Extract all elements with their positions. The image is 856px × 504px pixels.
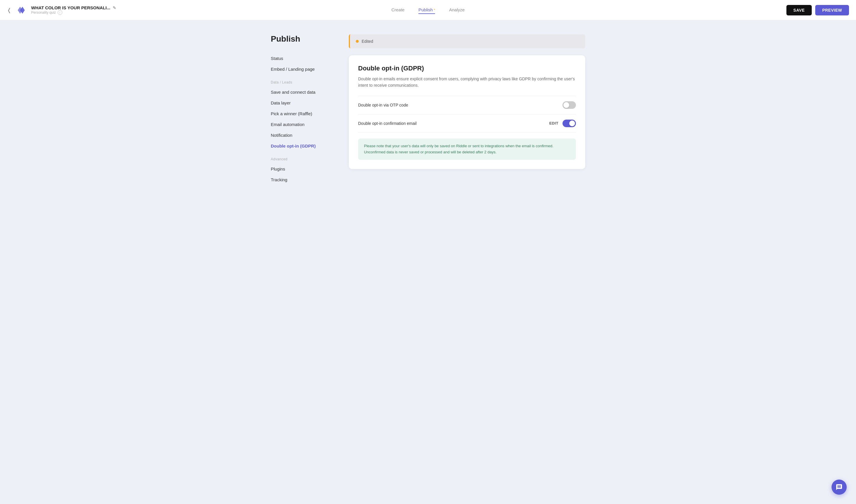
chat-icon [836, 484, 843, 491]
chat-bubble[interactable] [832, 480, 847, 495]
edited-bar: Edited [349, 34, 585, 48]
tab-publish-label: Publish [418, 7, 433, 12]
toggle-email-thumb [569, 121, 575, 126]
sidebar-item-tracking[interactable]: Tracking [271, 174, 335, 185]
gdpr-card: Double opt-in (GDPR) Double opt-in email… [349, 55, 585, 169]
logo-icon [15, 4, 28, 17]
sidebar: Publish Status Embed / Landing page Data… [271, 34, 335, 185]
toggle-otp-label: Double opt-in via OTP code [358, 103, 408, 107]
edit-email-link[interactable]: EDIT [549, 121, 558, 125]
info-box-text: Please note that your user's data will o… [364, 143, 570, 156]
sidebar-item-status[interactable]: Status [271, 53, 335, 64]
toggle-row-otp: Double opt-in via OTP code [358, 96, 576, 114]
publish-dot: * [433, 8, 435, 12]
header-right: SAVE PREVIEW [786, 5, 849, 15]
sidebar-item-plugins[interactable]: Plugins [271, 164, 335, 174]
main-content: Publish Status Embed / Landing page Data… [253, 20, 603, 199]
toggle-row-email: Double opt-in confirmation email EDIT [358, 114, 576, 133]
preview-button[interactable]: PREVIEW [815, 5, 849, 15]
sidebar-section-data-leads: Data / Leads [271, 74, 335, 87]
app-header: ❬ WHAT COLOR IS YOUR PERSONALI... ✎ Pers… [0, 0, 856, 20]
subtitle-text: Personality quiz [31, 11, 56, 15]
tab-analyze[interactable]: Analyze [449, 6, 465, 14]
edited-label: Edited [362, 39, 373, 44]
toggle-otp-switch[interactable] [562, 101, 576, 109]
sidebar-heading: Publish [271, 34, 335, 44]
project-title: WHAT COLOR IS YOUR PERSONALI... ✎ [31, 5, 116, 10]
sidebar-item-embed[interactable]: Embed / Landing page [271, 64, 335, 74]
toggle-email-switch[interactable] [562, 120, 576, 127]
sidebar-item-double-optin[interactable]: Double opt-in (GDPR) [271, 141, 335, 151]
info-box: Please note that your user's data will o… [358, 139, 576, 160]
card-title: Double opt-in (GDPR) [358, 65, 576, 72]
sidebar-section-advanced: Advanced [271, 151, 335, 164]
sidebar-item-data-layer[interactable]: Data layer [271, 97, 335, 108]
card-description: Double opt-in emails ensure explicit con… [358, 76, 576, 89]
toggle-otp-right [562, 101, 576, 109]
info-icon[interactable]: i [58, 10, 62, 15]
header-title-block: WHAT COLOR IS YOUR PERSONALI... ✎ Person… [31, 5, 116, 15]
tab-publish[interactable]: Publish * [418, 6, 435, 14]
sidebar-item-email-automation[interactable]: Email automation [271, 119, 335, 130]
edited-dot [356, 40, 359, 43]
content-area: Edited Double opt-in (GDPR) Double opt-i… [349, 34, 585, 185]
tab-create[interactable]: Create [391, 6, 404, 14]
toggle-otp-thumb [563, 102, 569, 108]
project-subtitle: Personality quiz i [31, 10, 116, 15]
sidebar-item-save-connect[interactable]: Save and connect data [271, 87, 335, 97]
header-nav: Create Publish * Analyze [391, 6, 465, 14]
save-button[interactable]: SAVE [786, 5, 812, 15]
toggle-email-label: Double opt-in confirmation email [358, 121, 417, 126]
sidebar-item-notification[interactable]: Notification [271, 130, 335, 141]
back-button[interactable]: ❬ [7, 7, 11, 13]
edit-title-icon[interactable]: ✎ [113, 5, 116, 10]
sidebar-item-raffle[interactable]: Pick a winner (Raffle) [271, 108, 335, 119]
toggle-email-right: EDIT [549, 120, 576, 127]
project-title-text: WHAT COLOR IS YOUR PERSONALI... [31, 5, 110, 10]
